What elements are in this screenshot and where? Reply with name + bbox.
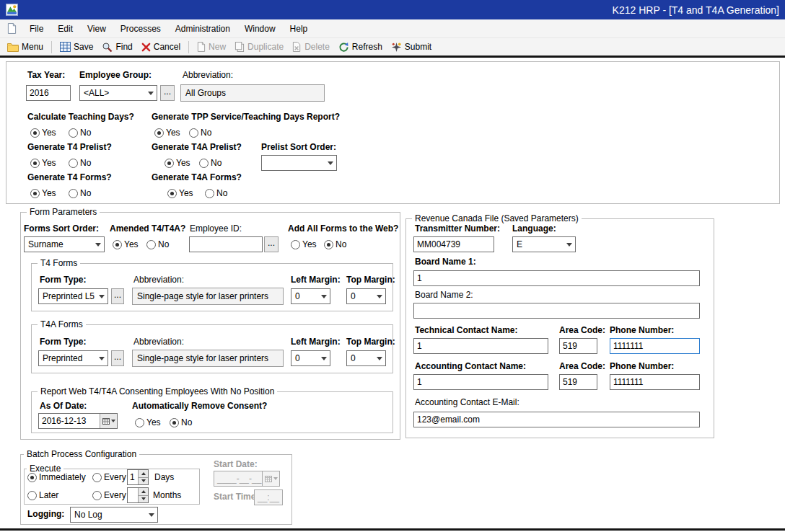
execute-every-months-radio[interactable]	[92, 491, 102, 500]
t4-form-type-lookup-button[interactable]: ...	[111, 288, 124, 304]
transmitter-number-input[interactable]	[413, 236, 494, 252]
every-months-spinner[interactable]	[127, 487, 149, 503]
t4-prelist-no-label[interactable]: No	[80, 158, 91, 168]
as-of-date-field[interactable]: 2016-12-13	[38, 413, 118, 429]
employee-group-lookup-button[interactable]: ...	[160, 85, 175, 101]
t4a-forms-yes-radio[interactable]	[167, 189, 177, 198]
amended-yes-radio[interactable]	[113, 240, 122, 249]
spinner-down-button[interactable]	[139, 495, 148, 503]
tpp-report-yes-label[interactable]: Yes	[166, 128, 180, 138]
submit-button[interactable]: Submit	[387, 40, 436, 54]
t4-prelist-yes-radio[interactable]	[30, 159, 40, 168]
t4-forms-no-label[interactable]: No	[80, 188, 91, 198]
accounting-contact-name-label: Accounting Contact Name:	[415, 361, 526, 371]
t4a-prelist-no-label[interactable]: No	[211, 158, 222, 168]
accounting-phone-input[interactable]	[610, 374, 700, 390]
form-parameters-group-title: Form Parameters	[27, 207, 100, 217]
every-days-spinner[interactable]: 1	[127, 469, 149, 485]
save-button[interactable]: Save	[56, 40, 97, 53]
execute-every-days-radio[interactable]	[92, 473, 102, 482]
remove-consent-yes-radio[interactable]	[135, 418, 144, 427]
calc-teaching-days-yes-label[interactable]: Yes	[42, 128, 56, 138]
amended-no-label[interactable]: No	[158, 239, 169, 249]
execute-later-radio[interactable]	[27, 491, 37, 500]
menu-file[interactable]: File	[22, 22, 51, 36]
accounting-email-input[interactable]	[413, 412, 700, 427]
add-to-web-label: Add All Forms to the Web?	[288, 223, 398, 234]
menu-administration[interactable]: Administration	[168, 22, 237, 36]
t4a-form-type-select[interactable]: Preprinted	[38, 350, 108, 366]
execute-immediately-radio[interactable]	[27, 473, 37, 482]
calc-teaching-days-yes-radio[interactable]	[30, 128, 40, 138]
t4a-left-margin-select[interactable]: 0	[291, 350, 330, 366]
employee-id-lookup-button[interactable]: ...	[264, 236, 279, 252]
forms-sort-order-select[interactable]: Surname	[24, 236, 105, 252]
t4-forms-yes-radio[interactable]	[30, 189, 40, 198]
chevron-down-icon	[377, 295, 382, 298]
menu-button[interactable]: Menu	[3, 40, 48, 53]
amended-yes-label[interactable]: Yes	[124, 239, 139, 249]
technical-area-code-input[interactable]	[559, 338, 597, 354]
t4-abbreviation-label: Abbreviation:	[133, 275, 184, 285]
menu-processes[interactable]: Processes	[113, 22, 168, 36]
remove-consent-yes-label[interactable]: Yes	[146, 417, 161, 427]
t4a-top-margin-select[interactable]: 0	[346, 350, 386, 366]
refresh-button[interactable]: Refresh	[334, 40, 387, 54]
accounting-contact-name-input[interactable]	[413, 374, 548, 390]
spinner-up-button[interactable]	[139, 470, 148, 477]
add-to-web-no-radio[interactable]	[324, 240, 333, 249]
t4a-forms-no-radio[interactable]	[205, 189, 214, 198]
remove-consent-no-label[interactable]: No	[181, 417, 192, 427]
menu-edit[interactable]: Edit	[51, 22, 80, 36]
tpp-report-no-label[interactable]: No	[201, 128, 211, 138]
execute-every-days-radio-label[interactable]: Every	[104, 472, 126, 482]
logging-select[interactable]: No Log	[70, 507, 158, 523]
accounting-area-code-input[interactable]	[559, 374, 597, 390]
t4a-prelist-yes-label[interactable]: Yes	[176, 158, 190, 168]
add-to-web-no-label[interactable]: No	[336, 239, 346, 249]
t4-left-margin-select[interactable]: 0	[291, 288, 330, 304]
find-button[interactable]: Find	[97, 40, 136, 54]
t4a-form-type-lookup-button[interactable]: ...	[111, 350, 124, 366]
spinner-down-button[interactable]	[139, 477, 148, 485]
t4-prelist-yes-label[interactable]: Yes	[42, 158, 56, 168]
spinner-up-button[interactable]	[139, 488, 148, 495]
add-to-web-yes-radio[interactable]	[291, 240, 300, 249]
language-select[interactable]: E	[512, 236, 576, 252]
t4-prelist-no-radio[interactable]	[69, 159, 78, 168]
months-label: Months	[153, 490, 181, 500]
t4a-prelist-no-radio[interactable]	[199, 159, 209, 168]
technical-phone-input[interactable]	[610, 338, 700, 354]
technical-contact-name-input[interactable]	[413, 338, 548, 354]
t4-forms-no-radio[interactable]	[69, 189, 78, 198]
board-name-2-input[interactable]	[413, 303, 700, 319]
calc-teaching-days-no-radio[interactable]	[69, 128, 78, 138]
add-to-web-yes-label[interactable]: Yes	[302, 239, 317, 249]
tpp-report-no-radio[interactable]	[189, 128, 198, 138]
employee-group-select[interactable]: <ALL>	[79, 85, 157, 101]
calendar-button[interactable]	[100, 414, 117, 428]
app-icon[interactable]	[6, 4, 18, 16]
t4a-forms-yes-label[interactable]: Yes	[179, 188, 193, 198]
t4a-forms-no-label[interactable]: No	[216, 188, 227, 198]
tpp-report-yes-radio[interactable]	[154, 128, 164, 138]
remove-consent-no-radio[interactable]	[170, 418, 179, 427]
menu-help[interactable]: Help	[283, 22, 315, 36]
t4-forms-yes-label[interactable]: Yes	[42, 188, 56, 198]
calc-teaching-days-no-label[interactable]: No	[80, 128, 91, 138]
t4-form-type-select[interactable]: Preprinted L5	[38, 288, 108, 304]
execute-every-months-radio-label[interactable]: Every	[104, 490, 126, 500]
execute-immediately-label[interactable]: Immediately	[39, 472, 86, 482]
t4a-prelist-yes-radio[interactable]	[165, 159, 174, 168]
menu-window[interactable]: Window	[237, 22, 283, 36]
document-icon[interactable]	[7, 23, 17, 34]
amended-no-radio[interactable]	[146, 240, 156, 249]
employee-id-input[interactable]	[189, 236, 263, 252]
tax-year-input[interactable]	[26, 85, 71, 101]
t4-top-margin-select[interactable]: 0	[346, 288, 386, 304]
menu-view[interactable]: View	[80, 22, 113, 36]
cancel-button[interactable]: Cancel	[137, 40, 185, 53]
board-name-1-input[interactable]	[413, 270, 700, 286]
prelist-sort-order-select[interactable]	[261, 155, 337, 171]
execute-later-label[interactable]: Later	[39, 490, 58, 500]
